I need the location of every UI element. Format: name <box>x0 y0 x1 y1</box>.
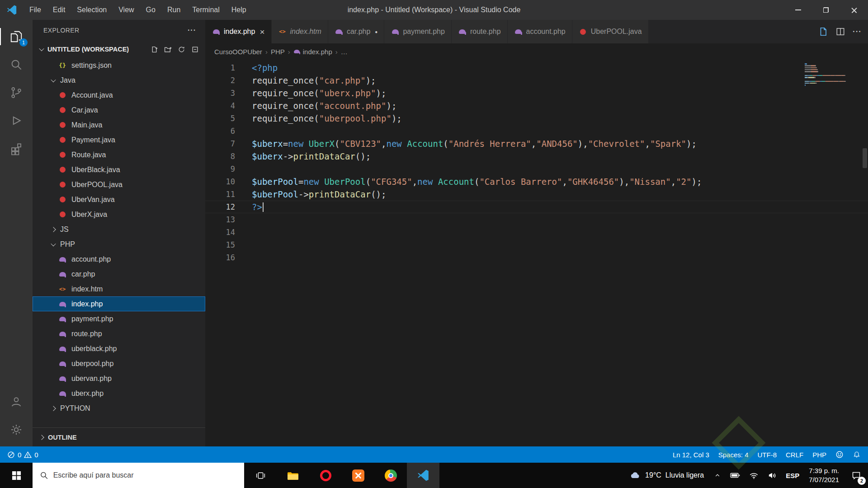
tree-file-uberx-java[interactable]: UberX.java <box>33 207 205 222</box>
chrome-button[interactable] <box>374 463 407 488</box>
close-button[interactable] <box>840 0 868 20</box>
tree-file-route-java[interactable]: Route.java <box>33 147 205 162</box>
notifications-button[interactable] <box>848 446 865 463</box>
tree-file-main-java[interactable]: Main.java <box>33 117 205 132</box>
tab-car-php[interactable]: car.php● <box>328 20 385 43</box>
language-mode[interactable]: PHP <box>808 446 831 463</box>
tree-file-uberpool-java[interactable]: UberPOOL.java <box>33 177 205 192</box>
account-button[interactable] <box>0 388 33 416</box>
tree-file-car-java[interactable]: Car.java <box>33 103 205 117</box>
tree-folder-js[interactable]: JS <box>33 222 205 237</box>
tree-file-uberblack-java[interactable]: UberBlack.java <box>33 162 205 177</box>
tree-file-payment-java[interactable]: Payment.java <box>33 132 205 147</box>
menu-go[interactable]: Go <box>140 0 161 20</box>
code-editor[interactable]: 1<?php2require_once("car.php");3require_… <box>205 60 868 446</box>
menu-help[interactable]: Help <box>226 0 252 20</box>
weather-widget[interactable]: 19°C Lluvia ligera <box>624 470 709 481</box>
tab-uberpool-java[interactable]: UberPOOL.java <box>572 20 649 43</box>
language-indicator[interactable]: ESP <box>782 463 803 488</box>
problems-indicator[interactable]: 0 0 <box>3 446 43 463</box>
outline-section[interactable]: OUTLINE <box>33 427 205 446</box>
tray-expand-button[interactable] <box>709 463 726 488</box>
network-indicator[interactable] <box>745 463 763 488</box>
menu-selection[interactable]: Selection <box>71 0 113 20</box>
action-center-button[interactable]: 2 <box>844 463 868 488</box>
tree-file-account-java[interactable]: Account.java <box>33 88 205 103</box>
breadcrumb-item-cursooopuber[interactable]: CursoOOPUber <box>214 48 262 56</box>
warning-count: 0 <box>34 451 38 459</box>
tree-file-payment-php[interactable]: payment.php <box>33 311 205 326</box>
more-actions-icon[interactable]: ··· <box>853 27 862 36</box>
breadcrumb-item-index-php[interactable]: index.php <box>293 48 332 56</box>
taskbar-search[interactable] <box>33 463 244 488</box>
menu-file[interactable]: File <box>24 0 47 20</box>
file-tree: {}settings.jsonJavaAccount.javaCar.javaM… <box>33 58 205 427</box>
minimap[interactable] <box>805 63 859 94</box>
tree-file-ubervan-java[interactable]: UberVan.java <box>33 192 205 207</box>
eol-sequence[interactable]: CRLF <box>781 446 808 463</box>
tab-account-php[interactable]: account.php <box>508 20 572 43</box>
tree-file-account-php[interactable]: account.php <box>33 252 205 267</box>
extensions-button[interactable] <box>0 135 33 163</box>
window-controls <box>784 0 868 20</box>
run-debug-button[interactable] <box>0 107 33 135</box>
xampp-button[interactable] <box>342 463 374 488</box>
file-explorer-button[interactable] <box>277 463 309 488</box>
tab-index-htm[interactable]: <>index.htm <box>272 20 328 43</box>
battery-indicator[interactable] <box>726 463 745 488</box>
source-control-button[interactable] <box>0 79 33 107</box>
settings-button[interactable] <box>0 416 33 444</box>
indentation[interactable]: Spaces: 4 <box>714 446 753 463</box>
tree-file-settings-json[interactable]: {}settings.json <box>33 58 205 73</box>
volume-indicator[interactable] <box>763 463 782 488</box>
opera-button[interactable] <box>309 463 342 488</box>
tree-file-uberblack-php[interactable]: uberblack.php <box>33 341 205 356</box>
new-folder-icon[interactable] <box>164 46 172 53</box>
minimize-button[interactable] <box>784 0 812 20</box>
file-label: Account.java <box>71 91 113 99</box>
task-view-button[interactable] <box>244 463 277 488</box>
split-editor-icon[interactable] <box>835 27 845 37</box>
collapse-all-icon[interactable] <box>191 46 199 53</box>
search-input[interactable] <box>53 471 237 479</box>
encoding[interactable]: UTF-8 <box>753 446 781 463</box>
close-icon[interactable]: × <box>259 28 264 36</box>
menu-edit[interactable]: Edit <box>47 0 71 20</box>
tree-folder-python[interactable]: PYTHON <box>33 401 205 416</box>
tree-file-uberpool-php[interactable]: uberpool.php <box>33 356 205 371</box>
tree-folder-java[interactable]: Java <box>33 73 205 88</box>
tree-file-index-php[interactable]: index.php <box>33 296 205 311</box>
tree-folder-php[interactable]: PHP <box>33 237 205 252</box>
code-line: 7$uberx=new UberX("CBV123",new Account("… <box>205 137 868 150</box>
vscode-button[interactable] <box>407 463 439 488</box>
minimap-line <box>805 89 859 90</box>
tree-file-car-php[interactable]: car.php <box>33 267 205 282</box>
tree-file-index-htm[interactable]: <>index.htm <box>33 282 205 296</box>
tree-file-uberx-php[interactable]: uberx.php <box>33 386 205 401</box>
tree-file-route-php[interactable]: route.php <box>33 326 205 341</box>
xampp-icon <box>352 469 364 482</box>
refresh-icon[interactable] <box>178 46 185 53</box>
open-preview-icon[interactable] <box>818 27 828 37</box>
tab-route-php[interactable]: route.php <box>452 20 508 43</box>
menu-view[interactable]: View <box>113 0 140 20</box>
tab-index-php[interactable]: index.php× <box>205 20 272 43</box>
restore-button[interactable] <box>812 0 840 20</box>
workspace-header[interactable]: UNTITLED (WORKSPACE) <box>33 41 205 58</box>
more-actions-icon[interactable]: ··· <box>188 26 196 34</box>
error-icon <box>7 451 15 459</box>
tab-payment-php[interactable]: payment.php <box>384 20 452 43</box>
menu-run[interactable]: Run <box>161 0 186 20</box>
cursor-position[interactable]: Ln 12, Col 3 <box>668 446 714 463</box>
search-button[interactable] <box>0 51 33 79</box>
new-file-icon[interactable] <box>151 46 158 53</box>
scrollbar-thumb[interactable] <box>863 148 867 168</box>
breadcrumb-item-[interactable]: … <box>341 48 348 56</box>
breadcrumb-item-php[interactable]: PHP <box>271 48 285 56</box>
clock[interactable]: 7:39 p. m. 7/07/2021 <box>803 466 844 485</box>
start-button[interactable] <box>0 463 33 488</box>
tree-file-ubervan-php[interactable]: ubervan.php <box>33 371 205 386</box>
menu-terminal[interactable]: Terminal <box>186 0 225 20</box>
feedback-button[interactable] <box>831 446 848 463</box>
explorer-button[interactable]: 1 <box>0 23 33 51</box>
